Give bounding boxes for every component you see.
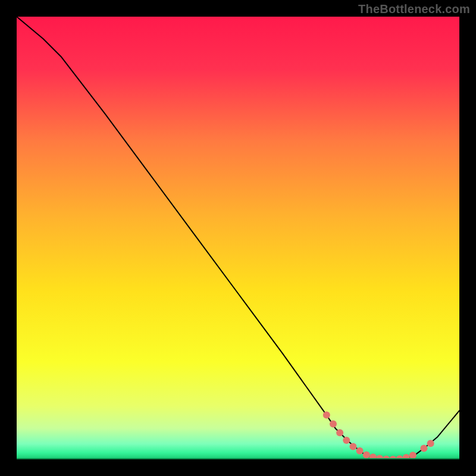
data-marker [356, 447, 364, 455]
data-marker [330, 420, 337, 427]
data-marker [323, 412, 330, 419]
data-marker [409, 452, 416, 459]
data-marker [420, 444, 427, 452]
watermark-text: TheBottleneck.com [358, 2, 470, 16]
data-marker [336, 429, 343, 436]
chart-stage: TheBottleneck.com [0, 0, 476, 476]
marker-group [323, 412, 434, 459]
curve-line [17, 17, 459, 459]
data-marker [363, 452, 370, 459]
baseline-strip [17, 458, 459, 459]
chart-overlay [17, 17, 459, 459]
data-marker [427, 440, 434, 447]
data-marker [343, 437, 350, 444]
plot-area [17, 17, 459, 459]
data-marker [349, 443, 356, 450]
